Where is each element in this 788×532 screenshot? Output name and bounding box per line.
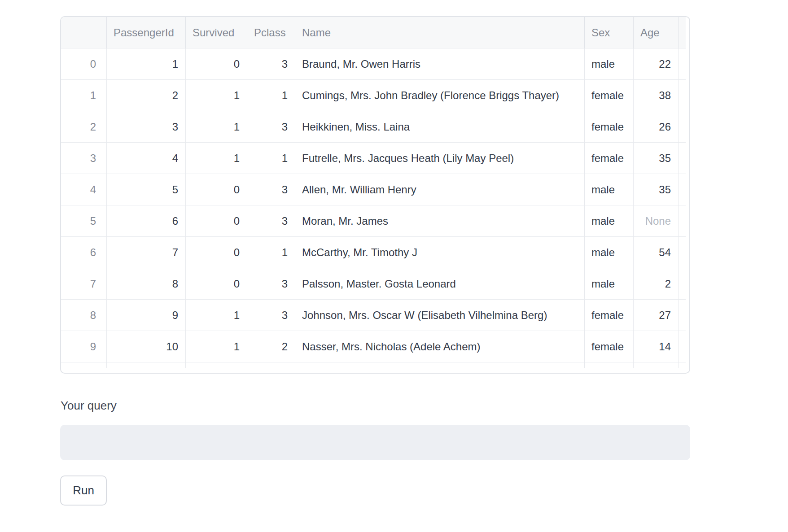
column-header-name[interactable]: Name bbox=[295, 17, 585, 48]
cell-age: 35 bbox=[634, 174, 679, 205]
cell-survived: 0 bbox=[186, 205, 247, 236]
cell-index: 2 bbox=[61, 111, 107, 142]
column-header-passengerid[interactable]: PassengerId bbox=[107, 17, 186, 48]
cell-name: McCarthy, Mr. Timothy J bbox=[295, 237, 585, 268]
cell-passenger_id: 5 bbox=[107, 174, 186, 205]
cell-pclass: 3 bbox=[247, 111, 295, 142]
cell-clipped bbox=[247, 362, 295, 368]
cell-index: 4 bbox=[61, 174, 107, 205]
cell-sex: male bbox=[585, 174, 634, 205]
table-row: 91012Nasser, Mrs. Nicholas (Adele Achem)… bbox=[61, 331, 686, 362]
cell-name: Nasser, Mrs. Nicholas (Adele Achem) bbox=[295, 331, 585, 362]
cell-clipped bbox=[61, 362, 107, 368]
cell-age: 22 bbox=[634, 48, 679, 79]
cell-pclass: 3 bbox=[247, 300, 295, 331]
cell-pclass: 3 bbox=[247, 268, 295, 299]
cell-name: Cumings, Mrs. John Bradley (Florence Bri… bbox=[295, 80, 585, 111]
cell-sex: female bbox=[585, 80, 634, 111]
cell-passenger_id: 9 bbox=[107, 300, 186, 331]
cell-clipped bbox=[679, 111, 686, 142]
cell-clipped bbox=[295, 362, 585, 368]
cell-name: Palsson, Master. Gosta Leonard bbox=[295, 268, 585, 299]
cell-pclass: 1 bbox=[247, 80, 295, 111]
cell-age: 14 bbox=[634, 331, 679, 362]
cell-sex: female bbox=[585, 111, 634, 142]
cell-clipped bbox=[679, 237, 686, 268]
cell-clipped bbox=[679, 268, 686, 299]
table-row: 2313Heikkinen, Miss. Lainafemale26 bbox=[61, 111, 686, 143]
table-row: 1211Cumings, Mrs. John Bradley (Florence… bbox=[61, 80, 686, 111]
cell-sex: female bbox=[585, 300, 634, 331]
cell-clipped bbox=[679, 362, 686, 368]
table-row: 6701McCarthy, Mr. Timothy Jmale54 bbox=[61, 237, 686, 268]
cell-age: 38 bbox=[634, 80, 679, 111]
cell-age: 54 bbox=[634, 237, 679, 268]
cell-name: Allen, Mr. William Henry bbox=[295, 174, 585, 205]
table-row: 3411Futrelle, Mrs. Jacques Heath (Lily M… bbox=[61, 143, 686, 174]
cell-sex: male bbox=[585, 268, 634, 299]
cell-survived: 1 bbox=[186, 111, 247, 142]
cell-sex: male bbox=[585, 205, 634, 236]
cell-index: 1 bbox=[61, 80, 107, 111]
column-header-survived[interactable]: Survived bbox=[186, 17, 247, 48]
table-row: 5603Moran, Mr. JamesmaleNone bbox=[61, 205, 686, 237]
cell-survived: 1 bbox=[186, 143, 247, 174]
table-row: 7803Palsson, Master. Gosta Leonardmale2 bbox=[61, 268, 686, 300]
cell-pclass: 3 bbox=[247, 174, 295, 205]
cell-index: 9 bbox=[61, 331, 107, 362]
cell-passenger_id: 7 bbox=[107, 237, 186, 268]
cell-name: Heikkinen, Miss. Laina bbox=[295, 111, 585, 142]
table-row: 8913Johnson, Mrs. Oscar W (Elisabeth Vil… bbox=[61, 300, 686, 331]
cell-age: 2 bbox=[634, 268, 679, 299]
table-row: 4503Allen, Mr. William Henrymale35 bbox=[61, 174, 686, 205]
cell-clipped bbox=[679, 80, 686, 111]
column-header-index[interactable] bbox=[61, 17, 107, 48]
cell-clipped bbox=[679, 205, 686, 236]
cell-clipped bbox=[679, 48, 686, 79]
query-input[interactable] bbox=[60, 425, 690, 460]
cell-sex: female bbox=[585, 331, 634, 362]
cell-index: 7 bbox=[61, 268, 107, 299]
table-row: 0103Braund, Mr. Owen Harrismale22 bbox=[61, 48, 686, 80]
table-header-row: PassengerId Survived Pclass Name Sex Age bbox=[61, 17, 686, 48]
cell-survived: 1 bbox=[186, 300, 247, 331]
cell-clipped bbox=[679, 174, 686, 205]
cell-passenger_id: 2 bbox=[107, 80, 186, 111]
column-header-clipped bbox=[679, 17, 686, 48]
cell-passenger_id: 4 bbox=[107, 143, 186, 174]
cell-age: 35 bbox=[634, 143, 679, 174]
cell-passenger_id: 1 bbox=[107, 48, 186, 79]
cell-index: 3 bbox=[61, 143, 107, 174]
cell-passenger_id: 3 bbox=[107, 111, 186, 142]
cell-passenger_id: 6 bbox=[107, 205, 186, 236]
cell-survived: 1 bbox=[186, 80, 247, 111]
cell-pclass: 2 bbox=[247, 331, 295, 362]
cell-passenger_id: 10 bbox=[107, 331, 186, 362]
cell-clipped bbox=[634, 362, 679, 368]
cell-clipped bbox=[186, 362, 247, 368]
table-row-partial bbox=[61, 362, 686, 368]
cell-survived: 0 bbox=[186, 237, 247, 268]
cell-pclass: 1 bbox=[247, 143, 295, 174]
cell-clipped bbox=[585, 362, 634, 368]
cell-name: Braund, Mr. Owen Harris bbox=[295, 48, 585, 79]
cell-sex: male bbox=[585, 237, 634, 268]
cell-clipped bbox=[107, 362, 186, 368]
cell-age: None bbox=[634, 205, 679, 236]
cell-age: 26 bbox=[634, 111, 679, 142]
cell-survived: 0 bbox=[186, 174, 247, 205]
column-header-sex[interactable]: Sex bbox=[585, 17, 634, 48]
dataframe: PassengerId Survived Pclass Name Sex Age… bbox=[60, 16, 690, 374]
cell-index: 6 bbox=[61, 237, 107, 268]
column-header-age[interactable]: Age bbox=[634, 17, 679, 48]
cell-pclass: 1 bbox=[247, 237, 295, 268]
cell-pclass: 3 bbox=[247, 48, 295, 79]
cell-age: 27 bbox=[634, 300, 679, 331]
cell-pclass: 3 bbox=[247, 205, 295, 236]
cell-survived: 1 bbox=[186, 331, 247, 362]
column-header-pclass[interactable]: Pclass bbox=[247, 17, 295, 48]
cell-sex: female bbox=[585, 143, 634, 174]
cell-clipped bbox=[679, 143, 686, 174]
cell-sex: male bbox=[585, 48, 634, 79]
run-button[interactable]: Run bbox=[60, 475, 107, 506]
